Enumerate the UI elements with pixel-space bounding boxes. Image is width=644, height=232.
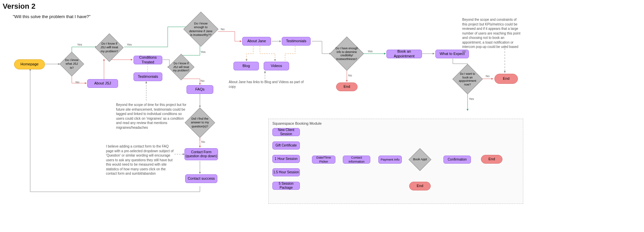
node-book-now: Do I want to book an apppointment now? <box>452 64 483 95</box>
note-text: I believe adding a contact form to the F… <box>106 144 176 176</box>
node-label: Testimonials <box>138 74 158 79</box>
node-conditions: Conditions Treated <box>133 56 162 64</box>
node-label: Do I want to book an apppointment now? <box>457 72 478 86</box>
node-trustworthy: Do I know enough to determine if Jane is… <box>183 12 219 47</box>
edge-label: Yes <box>368 50 373 53</box>
node-label: Contact Information <box>343 156 370 164</box>
edge-label: Yes <box>469 97 474 101</box>
node-label: Conditions Treated <box>134 55 162 65</box>
edge-label: No <box>75 80 79 84</box>
node-label: End <box>503 76 509 81</box>
node-label: Contact success <box>188 176 215 181</box>
node-label: 5 Session Package <box>273 182 300 190</box>
node-label: Do I know enough to determine if Jane is… <box>189 22 213 37</box>
node-label: End <box>488 157 495 162</box>
node-label: End <box>343 84 350 89</box>
node-label: About Jane <box>247 39 266 44</box>
node-label: Did I find the answer to my question(s)? <box>190 117 210 128</box>
node-label: Testimonials <box>286 39 307 44</box>
node-testimonials: Testimonials <box>133 72 162 81</box>
node-jsj-treat-2: Do I know if JSJ will treat my problem? <box>168 54 194 80</box>
edge-label: No <box>486 74 490 78</box>
node-datetime: Date/Time Picker <box>312 156 335 164</box>
edge-label: No <box>348 74 352 77</box>
node-contact-info: Contact Information <box>343 156 370 164</box>
node-5session-pkg: 5 Session Package <box>272 182 300 190</box>
node-end-3: End <box>481 155 502 164</box>
node-about-jsj: About JSJ <box>87 79 118 88</box>
node-gift-cert: Gift Certificate <box>272 141 300 150</box>
note-text: Beyond the scope of time for this projec… <box>116 103 190 130</box>
node-label: Do I have enough info to detemine credib… <box>335 47 359 61</box>
node-label: About JSJ <box>94 81 111 86</box>
node-1h-session: 1 Hour Session <box>272 155 300 163</box>
edge-label: No <box>221 27 225 31</box>
module-title: Squarespace Booking Module <box>272 121 322 125</box>
node-confirmation: Confirmation <box>443 156 471 164</box>
node-end-2: End <box>494 74 518 84</box>
node-label: Blog <box>243 64 250 68</box>
edge-label: Yes <box>127 43 132 46</box>
node-videos: Videos <box>264 62 289 70</box>
node-end-1: End <box>336 82 358 91</box>
node-know-jsj: Do I know what JSJ is? <box>59 52 84 76</box>
node-payment: Payment Info <box>378 156 402 164</box>
node-end-4: End <box>409 182 431 190</box>
node-1-5h-session: 1.5 Hour Session <box>272 168 300 176</box>
edge-label: Yes <box>201 50 206 54</box>
node-label: What to Expect <box>440 52 465 56</box>
node-about-jane: About Jane <box>242 37 271 46</box>
node-faqs: FAQs <box>186 85 213 94</box>
node-jsj-treat: Do I know if JSJ willl treat my problem? <box>95 34 124 62</box>
diagram-title: Version 2 <box>3 2 36 11</box>
edge-label: Yes <box>77 43 82 46</box>
node-label: Do I know if JSJ will treat my problem? <box>172 62 190 72</box>
node-label: 1 Hour Session <box>275 157 298 161</box>
diagram-question: "Will this solve the problem that I have… <box>13 14 91 19</box>
node-label: Videos <box>271 64 282 68</box>
node-blog: Blog <box>233 62 259 70</box>
node-label: Payment Info <box>381 158 399 162</box>
node-label: Do I know what JSJ is? <box>63 58 80 70</box>
node-testimonials-2: Testimonials <box>282 37 311 46</box>
note-text: About Jane has links to Blog and Videos … <box>229 80 306 89</box>
node-label: 1.5 Hour Session <box>273 170 299 175</box>
node-label: Gift Certificate <box>275 143 297 148</box>
node-credibility: Do I have enough info to detemine credib… <box>330 37 364 71</box>
edge-label: No <box>201 79 205 82</box>
note-text: Beyond the scope and constraints of this… <box>462 17 523 54</box>
node-label: FAQs <box>195 87 205 92</box>
node-label: Date/Time Picker <box>312 156 335 164</box>
node-label: Book Appt <box>412 158 428 161</box>
node-new-client: New Client Session <box>272 128 300 136</box>
node-label: New Client Session <box>273 128 300 136</box>
node-label: Book an Appointment <box>387 49 422 59</box>
node-label: End <box>417 184 423 188</box>
node-contact-form: Contact Form (question drop down) <box>184 148 218 160</box>
node-label: Homepage <box>20 62 39 67</box>
node-label: Do I know if JSJ willl treat my problem? <box>100 42 119 53</box>
node-label: Confirmation <box>448 158 467 162</box>
node-homepage: Homepage <box>14 59 45 69</box>
node-label: Contact Form (question drop down) <box>185 150 218 159</box>
node-book-appointment: Book an Appointment <box>386 50 422 58</box>
edge-label: No <box>201 140 205 143</box>
node-contact-success: Contact success <box>185 174 217 183</box>
